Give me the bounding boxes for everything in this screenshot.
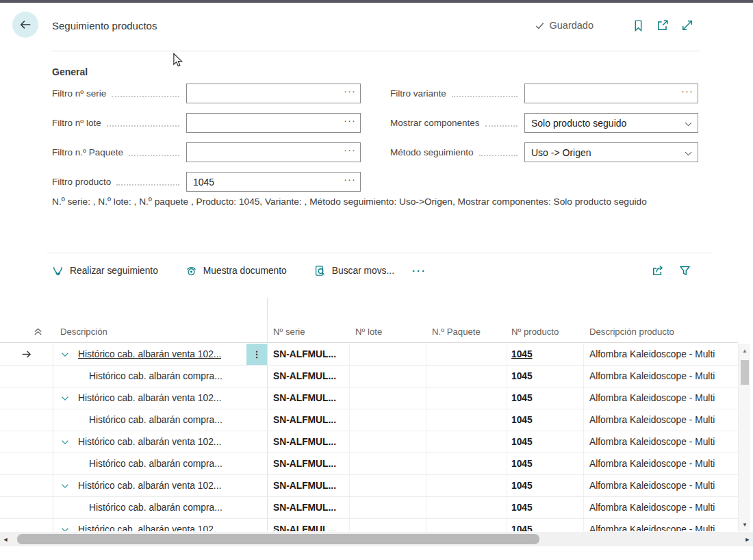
horizontal-scrollbar-thumb[interactable] (17, 534, 539, 544)
buscar-movs-button[interactable]: Buscar movs... (314, 265, 394, 277)
serial-no-cell[interactable]: SN-ALFMUL... (267, 475, 349, 496)
item-no-cell[interactable]: 1045 (507, 387, 583, 409)
assist-edit-icon[interactable] (344, 115, 356, 125)
filter-icon (678, 264, 691, 277)
selected-value: Uso -> Origen (525, 147, 698, 158)
serial-no-cell-value: SN-ALFMUL... (273, 393, 336, 403)
description-link[interactable]: Histórico cab. albarán compra... (89, 502, 222, 513)
section-title-general: General (52, 66, 88, 77)
table-row[interactable]: Histórico cab. albarán venta 102...SN-AL… (0, 387, 738, 409)
collapse-all-icon[interactable] (33, 327, 43, 337)
description-link[interactable]: Histórico cab. albarán venta 102... (78, 349, 221, 359)
table-row[interactable]: Histórico cab. albarán compra...SN-ALFMU… (0, 366, 738, 387)
serial-no-cell[interactable]: SN-ALFMUL... (267, 431, 349, 453)
assist-edit-icon[interactable] (344, 86, 356, 96)
back-button[interactable] (12, 12, 38, 38)
bookmark-button[interactable] (632, 19, 645, 32)
package-no-cell (426, 497, 507, 518)
description-link[interactable]: Histórico cab. albarán compra... (89, 415, 222, 425)
scroll-right-arrow[interactable]: ► (742, 532, 753, 546)
item-no-cell[interactable]: 1045 (507, 366, 583, 387)
row-menu-icon[interactable]: ⋮ (253, 350, 261, 359)
description-link[interactable]: Histórico cab. albarán venta 102... (78, 524, 221, 531)
table-row[interactable]: Histórico cab. albarán venta 102...SN-AL… (0, 519, 738, 531)
scroll-down-arrow[interactable]: ▼ (739, 519, 751, 530)
item-no-cell[interactable]: 1045 (507, 344, 583, 365)
expand-row-chevron-icon[interactable] (60, 437, 71, 447)
item-no-cell[interactable]: 1045 (507, 519, 583, 531)
column-header-paquete[interactable]: N.º Paquete (426, 320, 507, 342)
column-header-serie[interactable]: Nº serie (267, 320, 349, 342)
item-no-cell[interactable]: 1045 (507, 431, 583, 453)
field-label-filtro-lote: Filtro nº lote (52, 118, 101, 128)
row-marker-cell (0, 453, 53, 474)
package-no-cell (426, 519, 507, 531)
table-row[interactable]: Histórico cab. albarán venta 102...SN-AL… (0, 475, 738, 497)
assist-edit-icon[interactable] (681, 86, 693, 96)
assist-edit-icon[interactable] (344, 174, 356, 184)
mostrar-componentes-select[interactable]: Solo producto seguido (524, 113, 698, 133)
item-description-cell: Alfombra Kaleidoscope - Multi (583, 387, 738, 409)
serial-no-cell[interactable]: SN-ALFMUL... (267, 344, 349, 365)
scroll-left-arrow[interactable]: ◄ (0, 532, 11, 546)
filtro-paquete-input[interactable] (187, 143, 360, 162)
filtro-lote-input[interactable] (187, 114, 360, 132)
lot-no-cell (349, 475, 426, 496)
filter-button[interactable] (678, 264, 691, 277)
expand-row-chevron-icon[interactable] (60, 481, 71, 491)
field-filtro-lote: Filtro nº lote (52, 113, 361, 133)
column-header-lote[interactable]: Nº lote (349, 320, 426, 342)
serial-no-cell[interactable]: SN-ALFMUL... (267, 497, 349, 518)
action-label: Muestra documento (203, 266, 287, 276)
table-row[interactable]: Histórico cab. albarán compra...SN-ALFMU… (0, 497, 738, 519)
description-link[interactable]: Histórico cab. albarán venta 102... (78, 437, 221, 447)
expand-row-chevron-icon[interactable] (60, 525, 71, 532)
realizar-seguimiento-button[interactable]: Realizar seguimiento (52, 265, 158, 277)
share-button[interactable] (651, 264, 665, 277)
check-icon (535, 21, 545, 31)
expand-button[interactable] (680, 18, 694, 32)
metodo-seguimiento-select[interactable]: Uso -> Origen (524, 142, 698, 162)
item-no-cell[interactable]: 1045 (507, 409, 583, 431)
horizontal-scrollbar[interactable]: ◄ ► (0, 532, 753, 546)
more-actions-button[interactable]: ··· (412, 265, 426, 277)
window-top-border (0, 0, 753, 3)
serial-no-cell[interactable]: SN-ALFMUL... (267, 366, 349, 387)
serial-no-cell[interactable]: SN-ALFMUL... (267, 519, 349, 531)
description-link[interactable]: Histórico cab. albarán venta 102... (78, 393, 221, 403)
muestra-documento-button[interactable]: Muestra documento (186, 265, 287, 277)
filtro-variante-input[interactable] (525, 84, 698, 103)
description-link[interactable]: Histórico cab. albarán compra... (89, 371, 222, 381)
expand-row-chevron-icon[interactable] (60, 350, 71, 359)
description-link[interactable]: Histórico cab. albarán venta 102... (78, 481, 221, 491)
item-no-cell[interactable]: 1045 (507, 453, 583, 474)
header-row-marker-cell (0, 320, 53, 342)
expand-row-chevron-icon[interactable] (60, 394, 71, 403)
item-no-cell[interactable]: 1045 (507, 475, 583, 496)
vertical-scrollbar-thumb[interactable] (741, 360, 749, 385)
serial-no-cell[interactable]: SN-ALFMUL... (267, 387, 349, 409)
item-no-cell[interactable]: 1045 (507, 497, 583, 518)
scroll-up-arrow[interactable]: ▲ (739, 345, 751, 356)
description-link[interactable]: Histórico cab. albarán compra... (89, 459, 222, 469)
serial-no-cell[interactable]: SN-ALFMUL... (267, 409, 349, 431)
table-row[interactable]: Histórico cab. albarán compra...SN-ALFMU… (0, 453, 738, 475)
dotted-leader (129, 149, 179, 156)
filtro-serie-input[interactable] (187, 84, 360, 103)
filtro-producto-input[interactable] (187, 173, 360, 191)
open-in-new-window-button[interactable] (656, 18, 669, 32)
column-header-producto[interactable]: Nº producto (507, 320, 583, 342)
assist-edit-icon[interactable] (344, 144, 356, 155)
table-row[interactable]: Histórico cab. albarán venta 102...SN-AL… (0, 431, 738, 453)
row-menu-cell[interactable]: ⋮ (246, 344, 267, 365)
column-header-descripcion[interactable]: Descripción (53, 320, 246, 342)
serial-no-cell[interactable]: SN-ALFMUL... (267, 453, 349, 474)
field-label-filtro-producto: Filtro producto (52, 177, 111, 187)
table-row[interactable]: Histórico cab. albarán venta 102...⋮SN-A… (0, 344, 738, 366)
vertical-scrollbar[interactable]: ▲ ▼ (738, 344, 750, 531)
column-header-descripcion-producto[interactable]: Descripción producto (583, 320, 738, 342)
table-row[interactable]: Histórico cab. albarán compra...SN-ALFMU… (0, 409, 738, 431)
package-no-cell (426, 409, 507, 431)
table-header: Descripción Nº serie Nº lote N.º Paquete… (0, 320, 738, 343)
package-no-cell (426, 475, 507, 496)
